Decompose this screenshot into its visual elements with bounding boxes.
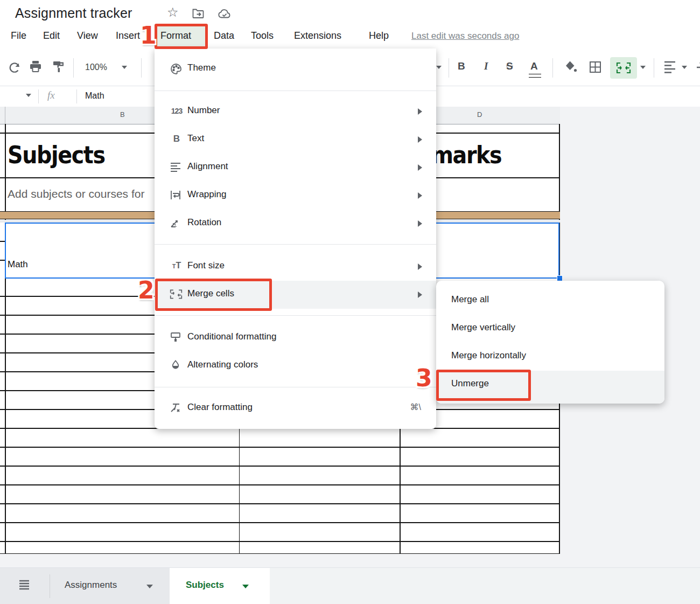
menu-divider	[155, 387, 436, 387]
last-edit-status[interactable]: Last edit was seconds ago	[411, 31, 519, 41]
fill-color-icon[interactable]	[563, 59, 578, 74]
formula-input[interactable]: Math	[85, 91, 104, 101]
wrapping-icon	[170, 189, 184, 202]
annotation-badge-2: 2	[138, 276, 155, 304]
theme-icon	[170, 63, 184, 75]
toolbar-divider	[552, 58, 553, 78]
google-sheets-window: Assignment tracker ☆ File Edit View Inse…	[0, 0, 700, 604]
column-header-b[interactable]: B	[120, 110, 125, 119]
submenu-arrow-icon	[418, 291, 422, 298]
annotation-box-unmerge	[436, 370, 531, 401]
header-gridline	[5, 107, 5, 124]
paint-format-icon[interactable]	[52, 59, 67, 74]
zoom-caret-icon[interactable]	[122, 66, 127, 69]
menu-item-label: Clear formatting	[187, 402, 253, 413]
sheet-bottom-edge	[0, 553, 560, 554]
menu-item-alternating-colors[interactable]: Alternating colors	[155, 352, 436, 380]
menu-item-text[interactable]: B Text	[155, 126, 436, 154]
menu-item-clear-formatting[interactable]: Clear formatting ⌘\	[155, 394, 436, 422]
menu-item-theme[interactable]: Theme	[155, 55, 436, 83]
annotation-badge-3: 3	[416, 364, 432, 392]
menu-data[interactable]: Data	[214, 30, 234, 41]
borders-icon[interactable]	[588, 60, 603, 74]
toolbar-divider	[449, 58, 449, 78]
tab-assignments-caret-icon[interactable]	[146, 585, 153, 588]
horizontal-align-icon[interactable]	[663, 61, 677, 74]
submenu-item-merge-horizontally[interactable]: Merge horizontally	[436, 343, 664, 371]
text-color-underline	[529, 74, 541, 78]
formula-divider	[38, 89, 39, 103]
vertical-align-icon[interactable]	[696, 61, 700, 74]
alternating-colors-icon	[170, 359, 184, 372]
menu-item-label: Number	[187, 105, 220, 116]
menu-extensions[interactable]: Extensions	[294, 30, 341, 41]
more-caret-icon[interactable]	[436, 66, 442, 69]
number-123-icon: 123	[170, 107, 184, 120]
tab-subjects-label[interactable]: Subjects	[186, 580, 224, 591]
sheet-tab-bar: Assignments Subjects	[0, 567, 700, 604]
subjects-heading: Subjects	[8, 141, 105, 169]
submenu-arrow-icon	[418, 108, 422, 115]
annotation-box-merge-cells	[155, 279, 272, 311]
align-caret-icon[interactable]	[682, 66, 687, 69]
submenu-item-label: Merge vertically	[451, 322, 515, 333]
text-color-button[interactable]: A	[530, 60, 538, 72]
menu-insert[interactable]: Insert	[116, 30, 140, 41]
print-icon[interactable]	[28, 59, 43, 74]
toolbar-divider	[141, 58, 142, 78]
format-menu-panel: Theme 123 Number B Text Alignment	[155, 48, 436, 429]
column-header-d[interactable]: D	[477, 110, 482, 119]
menu-item-label: Alternating colors	[187, 359, 258, 370]
menu-item-rotation[interactable]: Rotation	[155, 210, 436, 238]
menu-divider	[155, 315, 436, 316]
menu-help[interactable]: Help	[369, 30, 389, 41]
move-folder-icon[interactable]	[192, 8, 205, 19]
menu-item-label: Rotation	[187, 217, 221, 228]
submenu-item-merge-vertically[interactable]: Merge vertically	[436, 315, 664, 343]
annotation-box-format	[155, 24, 208, 49]
fx-icon: fx	[47, 89, 55, 101]
menu-tools[interactable]: Tools	[251, 30, 274, 41]
menu-item-label: Theme	[187, 63, 216, 73]
menu-item-label: Conditional formatting	[187, 331, 276, 342]
menu-edit[interactable]: Edit	[43, 30, 60, 41]
menu-view[interactable]: View	[77, 30, 98, 41]
toolbar-divider	[73, 58, 74, 78]
name-box-caret-icon[interactable]	[26, 94, 31, 97]
submenu-item-merge-all[interactable]: Merge all	[436, 287, 664, 315]
strikethrough-button[interactable]: S	[506, 60, 513, 72]
alignment-icon	[170, 161, 184, 174]
tab-bar-divider	[50, 574, 50, 598]
submenu-arrow-icon	[418, 263, 422, 270]
menu-item-label: Alignment	[187, 161, 228, 172]
menu-item-conditional-formatting[interactable]: Conditional formatting	[155, 324, 436, 352]
tab-assignments[interactable]: Assignments	[65, 580, 117, 591]
all-sheets-icon[interactable]	[18, 578, 31, 591]
menu-item-label: Text	[187, 133, 204, 144]
menu-item-wrapping[interactable]: Wrapping	[155, 182, 436, 210]
star-icon[interactable]: ☆	[167, 5, 179, 20]
menu-divider	[155, 244, 436, 245]
clear-formatting-icon	[170, 402, 184, 415]
active-cell-text: Math	[8, 259, 28, 270]
menu-item-number[interactable]: 123 Number	[155, 98, 436, 126]
document-title[interactable]: Assignment tracker	[15, 5, 132, 21]
menu-item-alignment[interactable]: Alignment	[155, 154, 436, 182]
annotation-badge-1: 1	[140, 22, 157, 49]
toolbar-divider	[654, 58, 654, 78]
italic-button[interactable]: I	[484, 60, 488, 72]
menu-item-font-size[interactable]: TT Font size	[155, 253, 436, 281]
zoom-select[interactable]: 100%	[85, 63, 107, 72]
merge-cells-icon[interactable]	[616, 62, 631, 74]
submenu-arrow-icon	[418, 136, 422, 143]
menu-item-label: Font size	[187, 260, 225, 271]
merge-caret-icon[interactable]	[640, 66, 646, 69]
rotation-icon	[170, 217, 184, 230]
menu-item-label: Wrapping	[187, 189, 226, 200]
bold-button[interactable]: B	[458, 60, 465, 72]
tab-subjects-caret-icon[interactable]	[242, 585, 249, 588]
submenu-arrow-icon	[418, 220, 422, 227]
redo-icon[interactable]	[8, 60, 22, 74]
cloud-saved-icon[interactable]	[218, 8, 232, 19]
menu-file[interactable]: File	[11, 30, 26, 41]
